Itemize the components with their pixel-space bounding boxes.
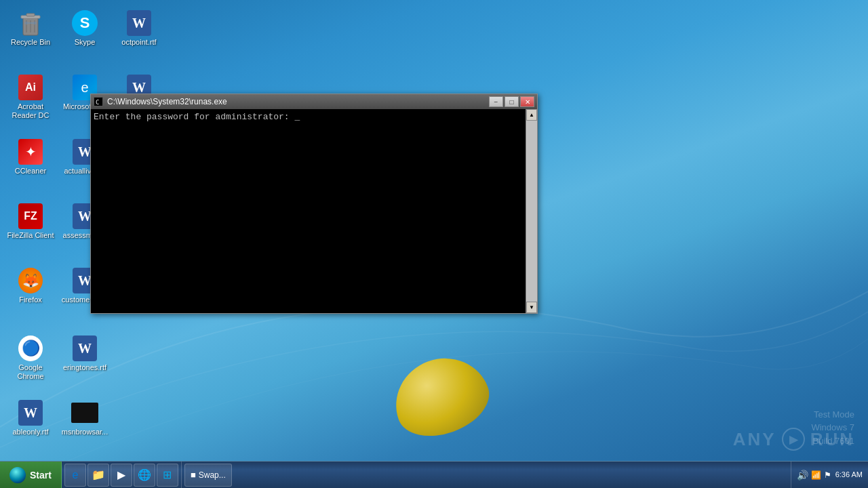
desktop-icon-eringtones[interactable]: W eringtones.rtf <box>58 332 112 375</box>
anyrun-watermark: ANY ▶ RUN <box>733 428 854 451</box>
cmd-close-button[interactable]: ✕ <box>520 96 534 107</box>
taskbar-cmd-label: Swap... <box>199 470 226 480</box>
octpoint-icon: W <box>125 9 153 37</box>
desktop-icon-recycle-bin[interactable]: Recycle Bin <box>3 7 58 49</box>
cmd-window[interactable]: C C:\Windows\System32\runas.exe − □ ✕ En… <box>90 94 538 314</box>
anyrun-run-text: RUN <box>810 429 854 450</box>
cmd-titlebar[interactable]: C C:\Windows\System32\runas.exe − □ ✕ <box>91 94 537 109</box>
taskbar-items: ■ Swap... <box>182 464 791 487</box>
clock-time: 6:36 AM <box>835 470 863 480</box>
ccleaner-label: CCleaner <box>15 167 46 176</box>
eringtones-icon: W <box>71 335 98 362</box>
testmode-line1: Test Mode <box>811 408 854 422</box>
taskbar-cmd-item[interactable]: ■ Swap... <box>184 464 232 487</box>
taskbar-chrome-icon[interactable]: 🌐 <box>134 464 155 487</box>
filezilla-label: FileZilla Client <box>7 231 54 240</box>
anyrun-play-icon: ▶ <box>782 428 805 451</box>
desktop-icon-octpoint[interactable]: W octpoint.rtf <box>112 7 166 49</box>
desktop-icon-ableonly[interactable]: W ableonly.rtf <box>3 396 58 439</box>
desktop-icon-filezilla[interactable]: FZ FileZilla Client <box>3 200 58 243</box>
desktop-icon-msnbrowser[interactable]: msnbrowsar... <box>58 396 112 439</box>
cmd-body: Enter the password for administrator: _ … <box>91 109 537 313</box>
cmd-title-icon: C <box>94 97 103 106</box>
eringtones-label: eringtones.rtf <box>63 363 106 372</box>
desktop-icon-firefox[interactable]: 🦊 Firefox <box>3 264 58 307</box>
acrobat-label: Acrobat Reader DC <box>6 102 55 120</box>
desktop-icon-skype[interactable]: S Skype <box>58 7 112 49</box>
ableonly-label: ableonly.rtf <box>13 428 49 436</box>
cmd-title: C C:\Windows\System32\runas.exe <box>94 97 227 106</box>
ccleaner-icon: ✦ <box>17 138 44 165</box>
quick-launch: e 📁 ▶ 🌐 ⊞ <box>62 462 182 489</box>
msnbrowser-label: msnbrowsar... <box>62 428 108 436</box>
desktop-icon-acrobat[interactable]: Ai Acrobat Reader DC <box>3 71 58 123</box>
testmode-line2: Windows 7 <box>811 421 854 434</box>
skype-label: Skype <box>75 38 96 47</box>
recycle-bin-icon <box>17 9 44 37</box>
start-orb-icon <box>9 467 26 483</box>
firefox-icon: 🦊 <box>17 267 44 294</box>
cmd-minimize-button[interactable]: − <box>489 96 503 107</box>
ableonly-icon: W <box>17 399 44 426</box>
scrollbar-down-button[interactable]: ▼ <box>526 302 537 313</box>
filezilla-icon: FZ <box>17 203 44 230</box>
start-label: Start <box>30 470 52 481</box>
clock[interactable]: 6:36 AM <box>835 470 863 480</box>
cmd-title-text: C:\Windows\System32\runas.exe <box>107 97 227 106</box>
svg-rect-2 <box>26 14 35 16</box>
chrome-label: Google Chrome <box>6 363 55 381</box>
cmd-content[interactable]: Enter the password for administrator: _ <box>91 109 526 313</box>
scrollbar-up-button[interactable]: ▲ <box>526 109 537 121</box>
firefox-label: Firefox <box>19 296 42 304</box>
desktop-decoration <box>383 345 498 447</box>
cmd-prompt-text: Enter the password for administrator: _ <box>94 112 300 122</box>
testmode-line3: Build 7601 <box>811 434 854 448</box>
cmd-maximize-button[interactable]: □ <box>505 96 519 107</box>
chrome-icon: 🔵 <box>17 335 44 362</box>
desktop: Recycle Bin S Skype W octpoint.rtf Ai Ac… <box>0 0 868 488</box>
taskbar-ie-icon[interactable]: e <box>64 464 86 487</box>
desktop-icon-ccleaner[interactable]: ✦ CCleaner <box>3 136 58 178</box>
anyrun-text: ANY <box>733 429 776 450</box>
skype-icon: S <box>71 9 98 37</box>
scrollbar-track <box>526 121 537 302</box>
system-tray: 🔊 📶 ⚑ 6:36 AM <box>791 462 868 489</box>
cmd-controls: − □ ✕ <box>489 96 534 107</box>
taskbar-edge2-icon[interactable]: ⊞ <box>157 464 178 487</box>
desktop-icon-chrome[interactable]: 🔵 Google Chrome <box>3 332 58 384</box>
taskbar-mediaplayer-icon[interactable]: ▶ <box>111 464 132 487</box>
testmode-watermark: Test Mode Windows 7 Build 7601 <box>811 408 854 448</box>
taskbar: Start e 📁 ▶ 🌐 ⊞ ■ Swap... <box>0 461 868 488</box>
recycle-bin-label: Recycle Bin <box>11 38 50 47</box>
cmd-scrollbar[interactable]: ▲ ▼ <box>526 109 537 313</box>
taskbar-explorer-icon[interactable]: 📁 <box>87 464 109 487</box>
start-button[interactable]: Start <box>0 462 62 489</box>
tray-network-icon[interactable]: 📶 <box>811 470 821 480</box>
tray-volume-icon[interactable]: 🔊 <box>797 470 808 481</box>
msnbrowser-icon <box>71 399 98 426</box>
svg-text:C: C <box>96 99 99 105</box>
tray-icons: 🔊 📶 ⚑ <box>797 470 831 481</box>
octpoint-label: octpoint.rtf <box>121 38 156 47</box>
acrobat-icon: Ai <box>17 74 44 101</box>
tray-action-icon[interactable]: ⚑ <box>824 470 831 480</box>
